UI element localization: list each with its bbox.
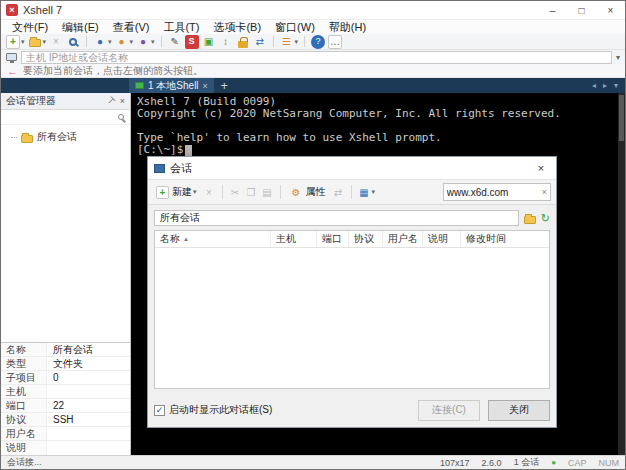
menu-window[interactable]: 窗口(W)	[268, 20, 322, 34]
pin-panel-icon[interactable]: ⊤	[105, 95, 118, 108]
host-address-input[interactable]	[21, 51, 612, 64]
column-label: 端口	[322, 232, 342, 246]
new-session-caret-icon[interactable]: ▾	[21, 38, 25, 46]
column-header-description[interactable]: 说明	[423, 231, 461, 247]
column-header-port[interactable]: 端口	[317, 231, 349, 247]
dialog-properties-label: 属性	[306, 185, 326, 199]
search-clear-icon[interactable]: ×	[542, 187, 547, 197]
session-manager-title: 会话管理器	[6, 94, 56, 108]
column-header-name[interactable]: 名称▲	[155, 231, 271, 247]
dialog-path-row: 所有会话 ↻	[154, 210, 550, 226]
fullscreen-button[interactable]: ↕	[219, 35, 233, 49]
menu-tab[interactable]: 选项卡(B)	[206, 20, 268, 34]
address-dropdown-caret-icon[interactable]: ▾	[616, 53, 620, 62]
menu-help[interactable]: 帮助(H)	[322, 20, 373, 34]
tree-item-all-sessions[interactable]: 所有会话	[5, 130, 126, 144]
dialog-toolbar-separator	[351, 185, 352, 199]
dialog-cut-button[interactable]: ✂	[229, 186, 242, 199]
toolbar-separator	[161, 36, 162, 47]
connect-button[interactable]: 连接(C)	[418, 400, 480, 421]
menu-edit[interactable]: 编辑(E)	[55, 20, 106, 34]
dialog-footer: ✓ 启动时显示此对话框(S) 连接(C) 关闭	[154, 399, 550, 421]
dialog-view-caret-icon[interactable]: ▾	[372, 188, 376, 196]
tab-local-shell[interactable]: 1 本地Shell ×	[129, 78, 214, 93]
close-dialog-button[interactable]: 关闭	[488, 400, 550, 421]
new-tab-button[interactable]: +	[221, 79, 228, 93]
property-row: 说明	[1, 441, 130, 455]
menu-view[interactable]: 查看(V)	[106, 20, 157, 34]
compose-button[interactable]: ✎	[168, 35, 182, 49]
column-label: 主机	[276, 232, 296, 246]
quick-connect-caret-icon[interactable]: ▾	[108, 38, 112, 46]
property-label: 名称	[1, 343, 47, 356]
dialog-view-button[interactable]: ▦	[358, 186, 371, 199]
dialog-delete-button[interactable]: ×	[203, 186, 216, 199]
toolbar-separator	[304, 36, 305, 47]
terminal-scrollbar[interactable]	[618, 93, 625, 455]
refresh-icon[interactable]: ↻	[541, 212, 550, 225]
property-row: 子项目0	[1, 371, 130, 385]
dialog-path-field[interactable]: 所有会话	[154, 210, 519, 226]
options-button[interactable]: ☰	[280, 35, 294, 49]
terminal-line: Copyright (c) 2020 NetSarang Computer, I…	[137, 108, 612, 120]
dialog-title: 会话	[170, 161, 192, 176]
info-bar-text: 要添加当前会话，点击左侧的箭头按钮。	[23, 64, 203, 78]
lock-screen-button[interactable]	[236, 35, 250, 49]
minimize-button[interactable]: –	[538, 1, 567, 19]
column-header-modified[interactable]: 修改时间	[461, 231, 549, 247]
search-icon	[69, 38, 77, 46]
add-session-arrow-icon[interactable]: ←	[7, 65, 18, 77]
terminal-prompt-line: [C:\~]$	[137, 144, 612, 156]
dialog-new-button[interactable]: + 新建 ▾	[153, 184, 200, 200]
close-panel-icon[interactable]: ×	[120, 96, 125, 106]
caps-lock-indicator: CAP	[568, 458, 587, 468]
quick-commands-button[interactable]: ●	[115, 35, 129, 49]
status-left-text: 会话接...	[7, 456, 42, 469]
maximize-button[interactable]: □	[567, 1, 596, 19]
folder-up-icon[interactable]	[524, 216, 536, 224]
show-at-startup-checkbox[interactable]: ✓	[154, 405, 165, 416]
column-header-protocol[interactable]: 协议	[349, 231, 383, 247]
open-session-button[interactable]	[28, 35, 42, 49]
menu-file[interactable]: 文件(F)	[5, 20, 55, 34]
tab-list-caret-icon[interactable]: ▾	[614, 81, 618, 90]
dialog-transfer-button[interactable]: ⇄	[332, 186, 345, 199]
terminal-cursor	[185, 145, 192, 156]
dialog-paste-button[interactable]: ▤	[261, 186, 274, 199]
column-header-username[interactable]: 用户名	[383, 231, 423, 247]
quick-commands-caret-icon[interactable]: ▾	[130, 38, 134, 46]
menu-tools[interactable]: 工具(T)	[156, 20, 206, 34]
feedback-button[interactable]: …	[328, 35, 342, 49]
tab-scroll-right-icon[interactable]: ▸	[603, 81, 607, 90]
close-button[interactable]: ×	[596, 1, 625, 19]
tab-scroll-left-icon[interactable]: ◂	[592, 81, 596, 90]
search-icon[interactable]	[118, 114, 124, 120]
color-scheme-caret-icon[interactable]: ▾	[151, 38, 155, 46]
property-row: 类型文件夹	[1, 357, 130, 371]
open-session-caret-icon[interactable]: ▾	[43, 38, 47, 46]
dialog-copy-button[interactable]: ❐	[245, 186, 258, 199]
new-session-button[interactable]: +	[6, 35, 20, 49]
dialog-search-input[interactable]	[447, 187, 539, 198]
tab-close-icon[interactable]: ×	[203, 81, 208, 91]
find-button[interactable]	[66, 35, 80, 49]
session-list-body[interactable]	[155, 248, 549, 405]
disconnect-button[interactable]: ×	[49, 35, 63, 49]
split-screen-button[interactable]: ▣	[202, 35, 216, 49]
session-manager-header: 会话管理器 ⊤ ×	[1, 93, 130, 110]
column-header-host[interactable]: 主机	[271, 231, 317, 247]
property-label: 端口	[1, 399, 47, 412]
folder-icon	[21, 135, 33, 143]
file-transfer-button[interactable]: ⇄	[253, 35, 267, 49]
color-scheme-button[interactable]: ●	[136, 35, 150, 49]
quick-connect-button[interactable]: ●	[93, 35, 107, 49]
session-dialog-icon	[154, 164, 165, 173]
dialog-properties-button[interactable]: ⚙ 属性	[287, 184, 329, 200]
help-button[interactable]: ?	[311, 35, 325, 49]
toolbar-separator	[273, 36, 274, 47]
scrollbar-thumb[interactable]	[619, 95, 624, 141]
title-bar: × Xshell 7 – □ ×	[1, 1, 625, 20]
dialog-close-button[interactable]: ×	[526, 157, 556, 179]
options-caret-icon[interactable]: ▾	[295, 38, 299, 46]
netsarang-button[interactable]: S	[185, 35, 199, 49]
